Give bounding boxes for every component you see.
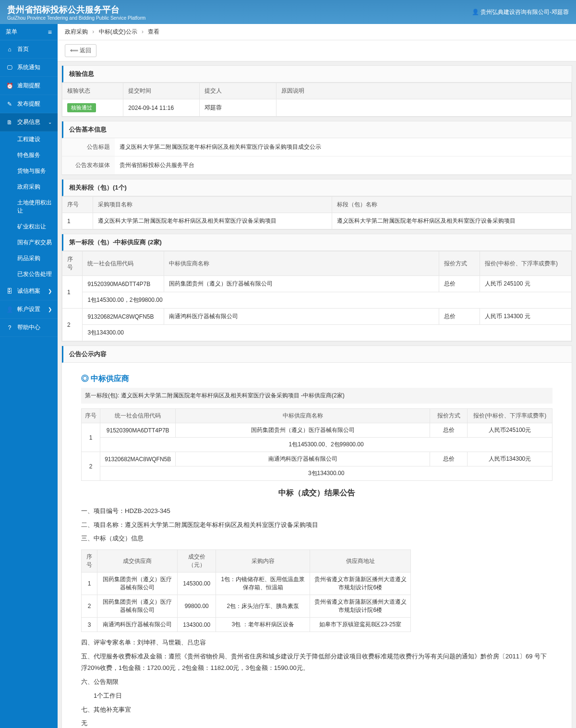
related-table: 序号 采购项目名称 标段（包）名称 1 遵义医科大学第二附属医院老年标杆病区及相… (62, 196, 572, 229)
nav-icon: ? (6, 324, 13, 331)
sub-nav-5[interactable]: 矿业权出让 (0, 219, 58, 235)
sub-nav-0[interactable]: 工程建设 (0, 131, 58, 147)
sub-nav-7[interactable]: 药品采购 (0, 251, 58, 266)
nav-item-1[interactable]: 🖵系统通知 (0, 59, 58, 77)
verify-reason (276, 99, 571, 117)
sub-nav-6[interactable]: 国有产权交易 (0, 235, 58, 251)
sidebar: 菜单 ≡ ⌂首页🖵系统通知⏰逾期提醒✎发布提醒🗎交易信息⌄工程建设特色服务货物与… (0, 24, 58, 728)
nav-icon: 🗄 (6, 288, 13, 295)
nav-item-2[interactable]: ⏰逾期提醒 (0, 77, 58, 95)
crumb-1[interactable]: 政府采购 (65, 28, 88, 35)
nav-item-6[interactable]: 👤帐户设置❯ (0, 300, 58, 319)
sub-nav-4[interactable]: 土地使用权出让 (0, 195, 58, 219)
table-row: 291320682MAC8WQFN5B南通鸿科医疗器械有限公司总价人民币1343… (82, 452, 552, 466)
crumb-2[interactable]: 中标(成交)公示 (99, 28, 137, 35)
supplier-heading: 中标供应商 (81, 370, 552, 388)
nav-icon: 🖵 (6, 64, 13, 71)
period-h: 六、公告期限 (81, 676, 552, 688)
table-row: 1包145300.00、2包99800.00 (82, 438, 552, 452)
table-row: 291320682MAC8WQFN5B南通鸿科医疗器械有限公司总价人民币 134… (62, 309, 572, 325)
table-row: 1国药集团贵州（遵义）医疗器械有限公司145300.001包：内镜储存柜、医用低… (82, 573, 411, 595)
nav-item-0[interactable]: ⌂首页 (0, 40, 58, 59)
label-announce-title: 公告标题 (62, 138, 115, 156)
label-media: 公告发布媒体 (62, 156, 115, 174)
sub-nav-8[interactable]: 已发公告处理 (0, 266, 58, 282)
announce-supplier-table: 序号统一社会信用代码中标供应商名称报价方式报价(中标价、下浮率或费率)19152… (81, 408, 552, 481)
verify-panel-title: 核验信息 (62, 66, 572, 83)
main-content: 政府采购 › 中标(成交)公示 › 查看 ⟸ 返回 核验信息 核验状态 提交时间… (58, 24, 576, 728)
deal-table: 序号成交供应商成交价（元）采购内容供应商地址1国药集团贵州（遵义）医疗器械有限公… (81, 549, 411, 632)
breadcrumb: 政府采购 › 中标(成交)公示 › 查看 (58, 24, 576, 40)
verify-person: 邓莛蓉 (200, 99, 276, 117)
current-user[interactable]: 贵州弘典建设咨询有限公司-邓莛蓉 (472, 8, 569, 16)
back-button[interactable]: ⟸ 返回 (65, 44, 96, 57)
verify-time: 2024-09-14 11:16 (123, 99, 200, 117)
nav-item-5[interactable]: 🗄诚信档案❯ (0, 282, 58, 300)
table-row: 191520390MA6DTT4P7B国药集团贵州（遵义）医疗器械有限公司总价人… (82, 423, 552, 438)
nav-item-3[interactable]: ✎发布提醒 (0, 95, 58, 113)
sub-nav-2[interactable]: 货物与服务 (0, 163, 58, 179)
related-panel-title: 相关标段（包）(1个) (62, 179, 572, 196)
table-row: 1包145300.00，2包99800.00 (62, 292, 572, 309)
nav-icon: ⏰ (6, 83, 13, 89)
app-subtitle: GuiZhou Province Tendering and Bidding P… (7, 15, 145, 21)
announce-panel-title: 公告公示内容 (62, 346, 572, 363)
sub-caption: 第一标段(包): 遵义医科大学第二附属医院老年标杆病区及相关科室医疗设备采购项目… (81, 388, 552, 404)
nav-item-4[interactable]: 🗎交易信息⌄ (0, 113, 58, 131)
experts: 四、评审专家名单：刘坤祥、马世颖、吕忠容 (81, 637, 552, 649)
chevron-right-icon: ❯ (48, 307, 52, 312)
app-header: 贵州省招标投标公共服务平台 GuiZhou Province Tendering… (0, 0, 576, 24)
other-h: 七、其他补充事宜 (81, 704, 552, 716)
chevron-right-icon: ❯ (48, 288, 52, 294)
menu-label: 菜单 (6, 28, 17, 36)
period-v: 1个工作日 (81, 690, 552, 702)
app-title: 贵州省招标投标公共服务平台 (7, 5, 120, 14)
deal-info-h: 三、中标（成交）信息 (81, 533, 552, 545)
value-announce-title: 遵义医科大学第二附属医院老年标杆病区及相关科室医疗设备采购项目成交公示 (115, 138, 572, 156)
table-row: 3包134300.00 (82, 466, 552, 481)
proj-name: 二、项目名称：遵义医科大学第二附属医院老年标杆病区及相关科室医疗设备采购项目 (81, 519, 552, 531)
table-row: 191520390MA6DTT4P7B国药集团贵州（遵义）医疗器械有限公司总价人… (62, 276, 572, 292)
chevron-down-icon: ⌄ (48, 119, 52, 125)
nav-icon: ✎ (6, 101, 13, 107)
result-title: 中标（成交）结果公告 (81, 488, 552, 498)
sub-nav-3[interactable]: 政府采购 (0, 179, 58, 195)
bid1-panel-title: 第一标段（包）-中标供应商 (2家) (62, 234, 572, 251)
nav-item-7[interactable]: ?帮助中心 (0, 319, 58, 337)
bid1-table: 序号统一社会信用代码中标供应商名称报价方式报价(中标价、下浮率或费率)19152… (62, 251, 572, 341)
table-row: 1 遵义医科大学第二附属医院老年标杆病区及相关科室医疗设备采购项目 遵义医科大学… (62, 213, 572, 229)
fee: 五、代理服务收费标准及金额：遵照《贵州省物价局、贵州省住房和城乡建设厅关于降低部… (81, 651, 552, 674)
proj-no: 一、项目编号：HDZB-2023-345 (81, 505, 552, 517)
verify-status-badge: 核验通过 (67, 103, 96, 112)
value-media: 贵州省招标投标公共服务平台 (115, 156, 572, 174)
sub-nav-1[interactable]: 特色服务 (0, 147, 58, 163)
menu-toggle-icon[interactable]: ≡ (48, 28, 52, 36)
nav-icon: 🗎 (6, 119, 13, 126)
nav-icon: ⌂ (6, 46, 13, 53)
table-row: 2国药集团贵州（遵义）医疗器械有限公司99800.002包：床头治疗车、胰岛素泵… (82, 595, 411, 618)
nav-icon: 👤 (6, 306, 13, 313)
other-v: 无 (81, 717, 552, 728)
table-row: 3南通鸿科医疗器械有限公司134300.003包 ：老年标杆病区设备如皋市下原镇… (82, 618, 411, 632)
verify-table: 核验状态 提交时间 提交人 原因说明 核验通过 2024-09-14 11:16… (62, 83, 572, 117)
basic-panel-title: 公告基本信息 (62, 121, 572, 138)
crumb-3: 查看 (148, 28, 159, 35)
table-row: 3包134300.00 (62, 325, 572, 341)
